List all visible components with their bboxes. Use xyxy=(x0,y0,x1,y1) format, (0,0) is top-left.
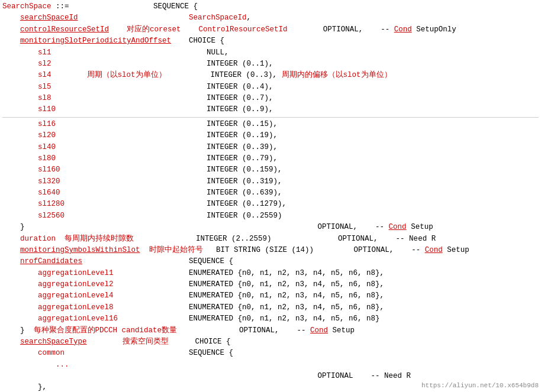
line-3: controlResourceSetId 对应的coreset ControlR… xyxy=(2,24,539,35)
line-24: aggregationLevel1 ENUMERATED {n0, n1, n2… xyxy=(2,268,539,279)
line-18: sl1280 INTEGER (0..1279), xyxy=(2,199,539,210)
line-32: ... xyxy=(2,359,539,371)
line-6: sl2 INTEGER (0..1), xyxy=(2,59,539,70)
line-25: aggregationLevel2 ENUMERATED {n0, n1, n2… xyxy=(2,279,539,290)
line-8: sl5 INTEGER (0..4), xyxy=(2,82,539,93)
line-21: duration 每周期内持续时隙数 INTEGER (2..2559) OPT… xyxy=(2,234,539,245)
line-19: sl2560 INTEGER (0..2559) xyxy=(2,210,539,222)
line-16: sl320 INTEGER (0..319), xyxy=(2,176,539,187)
line-17: sl640 INTEGER (0..639), xyxy=(2,187,539,199)
line-9: sl8 INTEGER (0..7), xyxy=(2,93,539,104)
line-13: sl40 INTEGER (0..39), xyxy=(2,142,539,153)
line-22: monitoringSymbolsWithinSlot 时隙中起始符号 BIT … xyxy=(2,245,539,256)
line-30: searchSpaceType 搜索空间类型 CHOICE { xyxy=(2,336,539,348)
separator-1 xyxy=(2,117,539,118)
line-2: searchSpaceId SearchSpaceId, xyxy=(2,12,539,24)
line-7: sl4 周期（以slot为单位） INTEGER (0..3), 周期内的偏移（… xyxy=(2,70,539,81)
line-20: } OPTIONAL, -- Cond Setup xyxy=(2,222,539,233)
line-29: } 每种聚合度配置的PDCCH candidate数量 OPTIONAL, --… xyxy=(2,325,539,336)
line-27: aggregationLevel8 ENUMERATED {n0, n1, n2… xyxy=(2,302,539,313)
line-11: sl16 INTEGER (0..15), xyxy=(2,119,539,130)
line-14: sl80 INTEGER (0..79), xyxy=(2,153,539,164)
line-26: aggregationLevel4 ENUMERATED {n0, n1, n2… xyxy=(2,290,539,302)
line-23: nrofCandidates SEQUENCE { xyxy=(2,256,539,267)
line-28: aggregationLevel16 ENUMERATED {n0, n1, n… xyxy=(2,313,539,325)
line-10: sl10 INTEGER (0..9), xyxy=(2,104,539,115)
line-5: sl1 NULL, xyxy=(2,47,539,59)
code-container: SearchSpace ::= SEQUENCE { searchSpaceId… xyxy=(0,0,541,392)
line-4: monitoringSlotPeriodicityAndOffset CHOIC… xyxy=(2,35,539,47)
line-15: sl160 INTEGER (0..159), xyxy=(2,164,539,176)
watermark: https://aliyun.net/10.x654b9d8 xyxy=(421,381,539,391)
line-1: SearchSpace ::= SEQUENCE { xyxy=(2,1,539,12)
line-12: sl20 INTEGER (0..19), xyxy=(2,130,539,141)
line-31: common SEQUENCE { xyxy=(2,348,539,359)
